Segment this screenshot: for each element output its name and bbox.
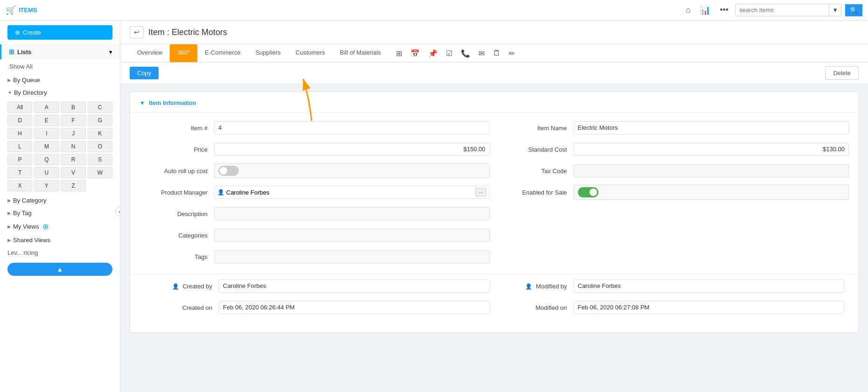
description-label: Description xyxy=(139,210,214,217)
dir-y[interactable]: Y xyxy=(34,180,59,191)
tabs-bar: Overview 360° E-Commerce Suppliers Custo… xyxy=(120,44,868,63)
price-value[interactable]: $150.00 xyxy=(214,143,490,156)
top-nav-right: ⌂ 📊 ••• ▼ 🔍 xyxy=(683,3,862,17)
dir-all[interactable]: All xyxy=(7,102,32,113)
dir-p[interactable]: P xyxy=(7,154,32,165)
tax-code-value[interactable] xyxy=(574,164,849,177)
sidebar-item-shared-views[interactable]: ▶ Shared Views xyxy=(0,234,120,246)
delete-button[interactable]: Delete xyxy=(825,66,859,80)
dir-s[interactable]: S xyxy=(88,154,112,165)
page-title: Item : Electric Motors xyxy=(148,28,227,37)
dir-q[interactable]: Q xyxy=(34,154,59,165)
sidebar-item-by-category[interactable]: ▶ By Category xyxy=(0,194,120,207)
dir-u[interactable]: U xyxy=(34,167,59,178)
dir-c[interactable]: C xyxy=(88,102,112,113)
dir-r[interactable]: R xyxy=(61,154,86,165)
enabled-for-sale-label: Enabled for Sale xyxy=(499,189,574,196)
dir-j[interactable]: J xyxy=(61,128,86,139)
dir-f[interactable]: F xyxy=(61,115,86,126)
tags-label: Tags xyxy=(139,253,214,260)
enabled-for-sale-toggle[interactable] xyxy=(578,187,598,197)
dir-b[interactable]: B xyxy=(61,102,86,113)
tags-row: Tags xyxy=(139,249,490,265)
description-value[interactable] xyxy=(214,207,490,220)
chart-button[interactable]: 📊 xyxy=(697,3,713,17)
page-header: ↩ Item : Electric Motors xyxy=(120,21,868,44)
search-button[interactable]: 🔍 xyxy=(845,4,862,16)
tab-icon-email[interactable]: ✉ xyxy=(475,45,488,62)
created-by-label: 👤 Created by xyxy=(144,283,219,290)
tab-icon-phone[interactable]: 📞 xyxy=(457,45,474,62)
product-manager-field[interactable]: 👤 Caroline Forbes ··· xyxy=(214,186,490,199)
tab-icon-notes[interactable]: 🗒 xyxy=(489,45,504,61)
back-button[interactable]: ↩ xyxy=(130,26,144,38)
item-name-value[interactable]: Electric Motors xyxy=(574,121,849,134)
sidebar-lists-header[interactable]: ⊞ Lists ▾ xyxy=(0,44,120,59)
auto-roll-label: Auto roll up cost xyxy=(139,168,214,175)
tab-icon-pin[interactable]: 📌 xyxy=(424,45,441,62)
item-name-label: Item Name xyxy=(499,125,574,132)
standard-cost-value[interactable]: $130.00 xyxy=(574,143,849,156)
dir-o[interactable]: O xyxy=(88,141,112,152)
search-input[interactable] xyxy=(736,4,829,16)
pricing-item[interactable]: Lev... ricing xyxy=(0,246,120,259)
content-area: ↩ Item : Electric Motors Overview 360° E… xyxy=(120,21,868,392)
product-manager-more-button[interactable]: ··· xyxy=(475,188,486,196)
dir-g[interactable]: G xyxy=(88,115,112,126)
search-container: ▼ xyxy=(735,4,841,16)
dir-m[interactable]: M xyxy=(34,141,59,152)
sidebar-item-by-tag[interactable]: ▶ By Tag xyxy=(0,207,120,219)
person-icon: 👤 xyxy=(217,189,224,196)
tags-value[interactable] xyxy=(214,250,490,263)
dir-t[interactable]: T xyxy=(7,167,32,178)
app-name-label: ITEMS xyxy=(19,7,37,14)
main-layout: ⊕ Create ⊞ Lists ▾ Show All ▶ By Queue ▼… xyxy=(0,21,868,392)
tab-icon-calendar[interactable]: 📅 xyxy=(407,45,424,62)
home-button[interactable]: ⌂ xyxy=(683,3,694,17)
show-all-item[interactable]: Show All xyxy=(0,59,120,74)
dir-e[interactable]: E xyxy=(34,115,59,126)
item-number-label: Item # xyxy=(139,125,214,132)
person-icon-3: 👤 xyxy=(525,283,532,290)
top-navigation: 🛒 ITEMS ⌂ 📊 ••• ▼ 🔍 xyxy=(0,0,868,21)
more-options-button[interactable]: ••• xyxy=(717,3,731,17)
tab-icon-edit[interactable]: ✏ xyxy=(505,45,519,62)
price-label: Price xyxy=(139,146,214,153)
modified-on-label: Modified on xyxy=(499,304,574,311)
tab-icon-checkbox[interactable]: ☑ xyxy=(442,45,456,62)
modified-by-row: 👤 Modified by Caroline Forbes xyxy=(499,278,845,294)
tab-icon-grid[interactable]: ⊞ xyxy=(392,45,406,62)
dir-x[interactable]: X xyxy=(7,180,32,191)
tab-overview[interactable]: Overview xyxy=(130,44,170,62)
auto-roll-toggle[interactable] xyxy=(218,166,239,176)
dir-d[interactable]: D xyxy=(7,115,32,126)
dir-v[interactable]: V xyxy=(61,167,86,178)
sidebar-item-by-queue[interactable]: ▶ By Queue xyxy=(0,74,120,86)
dir-w[interactable]: W xyxy=(88,167,112,178)
arrow-right-icon: ▶ xyxy=(7,77,11,83)
categories-value[interactable] xyxy=(214,229,490,242)
create-button[interactable]: ⊕ Create xyxy=(7,25,112,40)
dir-l[interactable]: L xyxy=(7,141,32,152)
search-dropdown-button[interactable]: ▼ xyxy=(829,4,841,16)
dir-k[interactable]: K xyxy=(88,128,112,139)
tab-bill-of-materials[interactable]: Bill of Materials xyxy=(333,44,389,62)
tab-customers[interactable]: Customers xyxy=(288,44,333,62)
dir-n[interactable]: N xyxy=(61,141,86,152)
product-manager-row: Product Manager 👤 Caroline Forbes ··· xyxy=(139,184,490,200)
tab-ecommerce[interactable]: E-Commerce xyxy=(197,44,248,62)
modified-on-row: Modified on Feb 06, 2020 06:27:08 PM xyxy=(499,300,845,315)
tab-suppliers[interactable]: Suppliers xyxy=(248,44,288,62)
created-on-row: Created on Feb 06, 2020 06:26:44 PM xyxy=(144,300,490,315)
scroll-up-button[interactable]: ▲ xyxy=(7,263,112,276)
add-view-icon[interactable]: ⊕ xyxy=(42,222,49,231)
sidebar-item-by-directory[interactable]: ▼ By Directory xyxy=(0,86,120,99)
dir-z[interactable]: Z xyxy=(61,180,86,191)
dir-a[interactable]: A xyxy=(34,102,59,113)
dir-i[interactable]: I xyxy=(34,128,59,139)
sidebar-item-my-views[interactable]: ▶ My Views ⊕ xyxy=(0,219,120,234)
dir-h[interactable]: H xyxy=(7,128,32,139)
item-number-value[interactable]: 4 xyxy=(214,121,490,134)
tab-360[interactable]: 360° xyxy=(170,44,197,62)
copy-button[interactable]: Copy xyxy=(130,67,159,79)
